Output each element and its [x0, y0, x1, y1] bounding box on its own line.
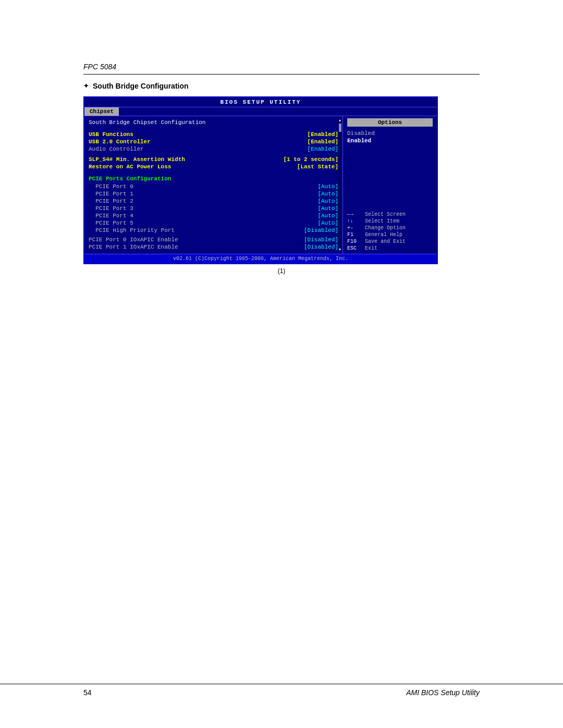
help-text-general-help: General Help	[365, 232, 402, 238]
pcie4-label: PCIE Port 4	[89, 213, 133, 219]
usb20-label: USB 2.0 Controller	[89, 139, 151, 145]
bios-row-audio[interactable]: Audio Controller [Enabled]	[89, 145, 338, 153]
bios-row-pcie5[interactable]: PCIE Port 5 [Auto]	[89, 219, 338, 227]
pcie3-label: PCIE Port 3	[89, 205, 133, 212]
help-text-select-item: Select Item	[365, 218, 399, 224]
pcie0-label: PCIE Port 0	[89, 183, 133, 190]
usb-functions-value: [Enabled]	[308, 131, 338, 138]
pcie4-value: [Auto]	[317, 213, 338, 219]
help-key-arrows: ←→	[347, 212, 362, 217]
help-key-esc: ESC	[347, 245, 362, 251]
pcie0-ioapic-value: [Disabled]	[304, 237, 338, 243]
page-footer: 54 AMI BIOS Setup Utility	[0, 684, 563, 697]
bios-row-pcie4[interactable]: PCIE Port 4 [Auto]	[89, 212, 338, 219]
help-text-exit: Exit	[365, 245, 377, 251]
pcie0-ioapic-label: PCIE Port 0 IOxAPIC Enable	[89, 237, 178, 243]
pcie-highpri-value: [Disabled]	[304, 227, 338, 233]
footer-document-title: AMI BIOS Setup Utility	[406, 688, 480, 697]
scroll-thumb	[339, 124, 341, 132]
pcie2-label: PCIE Port 2	[89, 198, 133, 204]
pcie-highpri-label: PCIE High Priority Port	[89, 227, 175, 233]
bios-row-pcie3[interactable]: PCIE Port 3 [Auto]	[89, 205, 338, 212]
bios-section-title: South Bridge Chipset Configuration	[89, 119, 338, 127]
pcie-group-header: PCIE Ports Configuration	[89, 176, 338, 182]
bios-row-pcie0-ioapic[interactable]: PCIE Port 0 IOxAPIC Enable [Disabled]	[89, 236, 338, 243]
bios-body: South Bridge Chipset Configuration USB F…	[84, 116, 437, 254]
pcie0-value: [Auto]	[317, 183, 338, 190]
bios-menu-chipset[interactable]: Chipset	[84, 107, 119, 116]
fpc-title: FPC 5084	[83, 63, 480, 75]
section-heading: South Bridge Configuration	[83, 82, 480, 90]
help-key-updown: ↑↓	[347, 218, 362, 224]
bios-help-panel: ←→ Select Screen ↑↓ Select Item +- Chang…	[347, 207, 433, 252]
help-exit: ESC Exit	[347, 245, 433, 252]
bios-screen: BIOS SETUP UTILITY Chipset South Bridge …	[83, 96, 438, 264]
pcie5-label: PCIE Port 5	[89, 220, 133, 226]
help-change-option: +- Change Option	[347, 225, 433, 231]
bios-row-slp[interactable]: SLP_S4# Min. Assertion Width [1 to 2 sec…	[89, 156, 338, 163]
bios-row-acpowerloss[interactable]: Restore on AC Power Loss [Last State]	[89, 163, 338, 170]
pcie1-ioapic-value: [Disabled]	[304, 244, 338, 250]
audio-label: Audio Controller	[89, 146, 144, 152]
pcie2-value: [Auto]	[317, 198, 338, 204]
bios-row-pcie2[interactable]: PCIE Port 2 [Auto]	[89, 198, 338, 205]
bios-caption: (1)	[83, 267, 480, 275]
bios-row-pcie1[interactable]: PCIE Port 1 [Auto]	[89, 190, 338, 198]
help-select-item: ↑↓ Select Item	[347, 218, 433, 225]
help-general-help: F1 General Help	[347, 231, 433, 238]
help-key-plusminus: +-	[347, 225, 362, 231]
help-key-f1: F1	[347, 232, 362, 238]
bios-row-pcie0[interactable]: PCIE Port 0 [Auto]	[89, 183, 338, 190]
pcie1-label: PCIE Port 1	[89, 191, 133, 197]
bios-row-usb20[interactable]: USB 2.0 Controller [Enabled]	[89, 138, 338, 145]
slp-label: SLP_S4# Min. Assertion Width	[89, 156, 185, 163]
option-disabled[interactable]: Disabled	[347, 130, 433, 137]
help-text-select-screen: Select Screen	[365, 212, 406, 217]
help-select-screen: ←→ Select Screen	[347, 211, 433, 218]
help-key-f10: F10	[347, 239, 362, 244]
usb20-value: [Enabled]	[308, 139, 338, 145]
pcie3-value: [Auto]	[317, 205, 338, 212]
bios-footer: v02.61 (C)Copyright 1985-2006, American …	[84, 254, 437, 263]
pcie1-ioapic-label: PCIE Port 1 IOxAPIC Enable	[89, 244, 178, 250]
help-text-save-exit: Save and Exit	[365, 239, 406, 244]
usb-functions-label: USB Functions	[89, 131, 133, 138]
pcie5-value: [Auto]	[317, 220, 338, 226]
pcie1-value: [Auto]	[317, 191, 338, 197]
bios-row-pcie1-ioapic[interactable]: PCIE Port 1 IOxAPIC Enable [Disabled]	[89, 243, 338, 251]
bios-sidebar: Options Disabled Enabled ←→ Select Scree…	[343, 116, 437, 254]
acpowerloss-label: Restore on AC Power Loss	[89, 164, 171, 170]
bios-scrollbar[interactable]: ▲ ▼	[338, 118, 341, 252]
bios-menu-bar: Chipset	[84, 107, 437, 116]
bios-title-bar: BIOS SETUP UTILITY	[84, 97, 437, 107]
bios-row-pcie-highpri[interactable]: PCIE High Priority Port [Disabled]	[89, 227, 338, 234]
bios-options-title: Options	[347, 118, 433, 127]
audio-value: [Enabled]	[308, 146, 338, 152]
help-save-exit: F10 Save and Exit	[347, 238, 433, 245]
page-content: FPC 5084 South Bridge Configuration BIOS…	[0, 0, 563, 316]
footer-page-number: 54	[83, 688, 92, 697]
bios-row-usb-functions[interactable]: USB Functions [Enabled]	[89, 131, 338, 138]
slp-value: [1 to 2 seconds]	[283, 156, 338, 163]
help-text-change-option: Change Option	[365, 225, 406, 231]
option-enabled[interactable]: Enabled	[347, 137, 433, 144]
acpowerloss-value: [Last State]	[297, 164, 338, 170]
bios-main-panel: South Bridge Chipset Configuration USB F…	[84, 116, 343, 254]
